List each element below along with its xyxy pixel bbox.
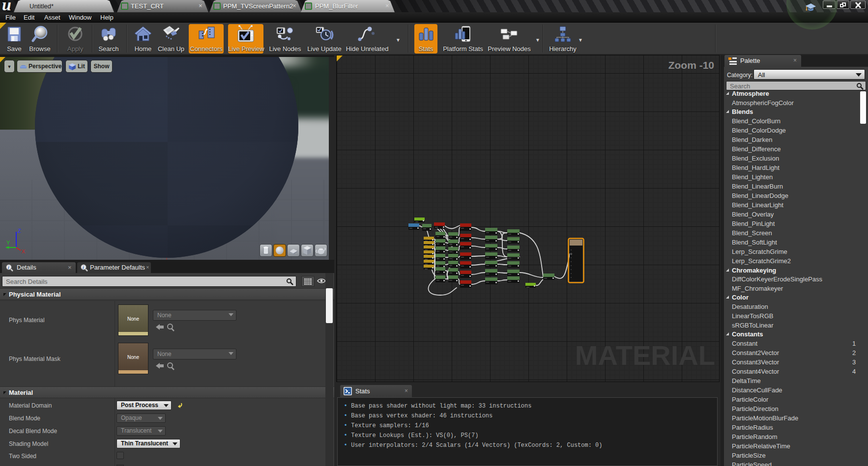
svg-text:Y: Y bbox=[6, 240, 10, 246]
svg-text:X: X bbox=[22, 248, 26, 254]
svg-text:Z: Z bbox=[18, 228, 21, 234]
